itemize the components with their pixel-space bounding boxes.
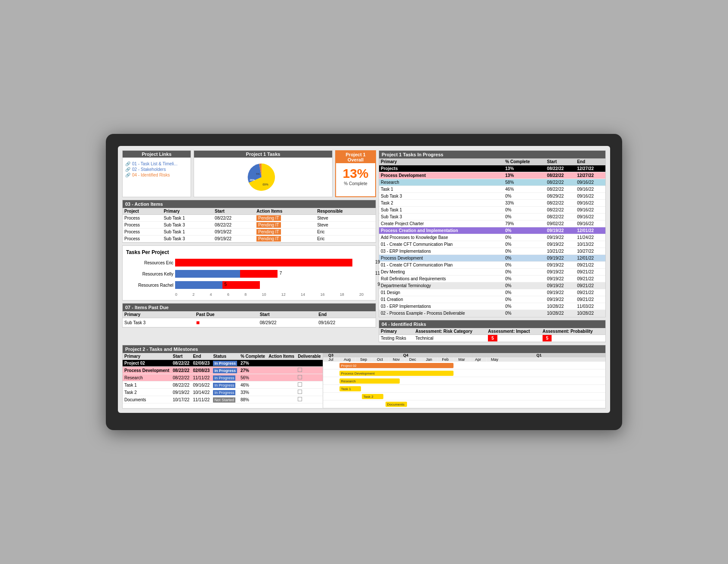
- tip-row: 01 - Create CFT Communication Plan 0% 09…: [379, 241, 605, 248]
- ai-responsible: Steve: [315, 222, 376, 229]
- p2-pct: 88%: [239, 396, 267, 403]
- p2-status: In Progress: [211, 389, 239, 396]
- tip-primary: Sub Task 3: [379, 193, 503, 200]
- risk-col-impact: Assessment: Impact: [486, 328, 541, 335]
- project2-content: Primary Start End Status % Complete Acti…: [123, 353, 605, 408]
- action-items-section: 03 - Action Items Project Primary Start …: [122, 200, 376, 243]
- tip-pct: 0%: [503, 207, 545, 214]
- project2-row: Project 02 08/22/22 02/08/23 In Progress…: [123, 360, 323, 367]
- link-item-2[interactable]: 🔗 02 - Stakeholders: [124, 167, 189, 172]
- deliverable-checkbox[interactable]: [298, 397, 302, 401]
- gantt-month-aug: Aug: [339, 357, 356, 362]
- p2-end: 02/08/23: [191, 367, 211, 374]
- p2-start: 10/17/22: [171, 396, 191, 403]
- ai-action: Pending IT: [255, 215, 315, 222]
- deliverable-checkbox[interactable]: [298, 368, 302, 372]
- gantt-row: Task 1: [323, 385, 605, 393]
- ai-project: Process: [123, 222, 162, 229]
- pd-pastdue: ■: [194, 318, 258, 327]
- gantt-month-apr: Apr: [470, 357, 487, 362]
- tip-end: 10/28/22: [575, 310, 605, 317]
- link-text-3[interactable]: 04 - Identified Risks: [132, 173, 170, 177]
- past-due-table: Primary Past Due Start End Sub Task 3 ■ …: [123, 311, 376, 327]
- risk-impact: 5: [486, 335, 541, 342]
- bar-value-kelly-blue: 7: [280, 271, 282, 276]
- tip-primary: Dev Meeting: [379, 269, 503, 276]
- gantt-month-jul: Jul: [323, 357, 339, 362]
- tip-pct: 79%: [503, 220, 545, 227]
- pd-col-pastdue: Past Due: [194, 311, 258, 318]
- tip-pct: 0%: [503, 303, 545, 310]
- risk-col-probability: Assessment: Probability: [541, 328, 605, 335]
- tip-pct: 0%: [503, 262, 545, 269]
- tip-start: 09/19/22: [545, 276, 575, 282]
- tip-end: 12/27/22: [575, 165, 605, 172]
- bar-row-eric: Resources Eric 19: [126, 259, 372, 267]
- pd-col-start: Start: [258, 311, 317, 318]
- tip-col-end: End: [575, 158, 605, 165]
- gantt-month-mar: Mar: [454, 357, 470, 362]
- tip-row: 03 - ERP Implementations 0% 10/28/22 11/…: [379, 303, 605, 310]
- tip-end: 09/16/22: [575, 214, 605, 220]
- tip-primary: Process Development: [379, 255, 503, 262]
- ai-primary: Sub Task 1: [162, 229, 213, 236]
- tip-row: Departmental Terminology 0% 09/19/22 09/…: [379, 282, 605, 289]
- deliverable-checkbox[interactable]: [298, 375, 302, 379]
- tip-row: Sub Task 3 0% 08/29/22 09/16/22: [379, 193, 605, 200]
- tip-row: Process Development 13% 08/22/22 12/27/2…: [379, 172, 605, 179]
- tip-primary: 03 - ERP Implementations: [379, 248, 503, 255]
- tip-primary: Research: [379, 179, 503, 186]
- pd-end: 09/16/22: [317, 318, 376, 327]
- project2-row: Documents 10/17/22 11/11/22 Not Started …: [123, 396, 323, 403]
- link-item-3[interactable]: 🔗 04 - Identified Risks: [124, 172, 189, 178]
- col-project: Project: [123, 208, 162, 215]
- deliverable-checkbox[interactable]: [298, 390, 302, 394]
- project2-row: Task 2 09/19/22 10/14/22 In Progress 33%: [123, 389, 323, 396]
- pie-container: 5% 26% 69%: [194, 158, 332, 197]
- tip-start: 09/19/22: [545, 234, 575, 241]
- tip-pct: 0%: [503, 289, 545, 296]
- overall-percent: 13%: [342, 166, 368, 181]
- axis-16: 16: [320, 292, 324, 297]
- link-text-1[interactable]: 01 - Task List & Timeli...: [132, 161, 177, 166]
- tip-primary: 01 - Create CFT Communication Plan: [379, 262, 503, 269]
- tip-primary: 01 - Create CFT Communication Plan: [379, 241, 503, 248]
- tip-pct: 0%: [503, 234, 545, 241]
- past-due-row: Sub Task 3 ■ 08/29/22 09/16/22: [123, 318, 376, 327]
- tip-start: 08/29/22: [545, 193, 575, 200]
- tip-col-primary: Primary: [379, 158, 503, 165]
- gantt-month-oct: Oct: [372, 357, 389, 362]
- tip-row: Add Processes to Knowledge Base 0% 09/19…: [379, 234, 605, 241]
- tip-end: 09/21/22: [575, 269, 605, 276]
- ai-action: Pending IT: [255, 229, 315, 236]
- tip-primary: 01 Design: [379, 289, 503, 296]
- bar-value-rachel: 9: [377, 282, 380, 287]
- tip-primary: Task 1: [379, 186, 503, 193]
- tip-start: 10/21/22: [545, 248, 575, 255]
- tip-pct: 0%: [503, 193, 545, 200]
- bar-value-eric: 19: [375, 260, 380, 264]
- tip-end: 12/01/22: [575, 227, 605, 234]
- p2-status: Not Started: [211, 396, 239, 403]
- tip-end: 11/24/22: [575, 234, 605, 241]
- gantt-month-jan: Jan: [421, 357, 438, 362]
- p2-status: In Progress: [211, 360, 239, 367]
- gantt-q1-label: Q1: [472, 353, 605, 357]
- link-item-1[interactable]: 🔗 01 - Task List & Timeli...: [124, 161, 189, 167]
- p2-action: [267, 374, 296, 381]
- tip-pct: 0%: [503, 282, 545, 289]
- axis-14: 14: [301, 292, 305, 297]
- risks-section: 04 - Identified Risks Primary Assessment…: [379, 320, 606, 342]
- p2-action: [267, 396, 296, 403]
- project2-row: Task 1 08/22/22 09/16/22 In Progress 46%: [123, 381, 323, 389]
- tip-row: Sub Task 1 0% 08/22/22 09/16/22: [379, 207, 605, 214]
- link-text-2[interactable]: 02 - Stakeholders: [132, 167, 166, 172]
- risk-row: Testing Risks Technical 5 5: [379, 335, 605, 342]
- project2-table: Primary Start End Status % Complete Acti…: [123, 353, 323, 403]
- deliverable-checkbox[interactable]: [298, 382, 302, 387]
- tip-start: 10/28/22: [545, 303, 575, 310]
- tip-start: 08/22/22: [545, 172, 575, 179]
- project-links-box: Project Links 🔗 01 - Task List & Timeli.…: [122, 150, 191, 197]
- gantt-month-nov: Nov: [389, 357, 405, 362]
- tip-row: 02 - Process Example - Process Deliverab…: [379, 310, 605, 317]
